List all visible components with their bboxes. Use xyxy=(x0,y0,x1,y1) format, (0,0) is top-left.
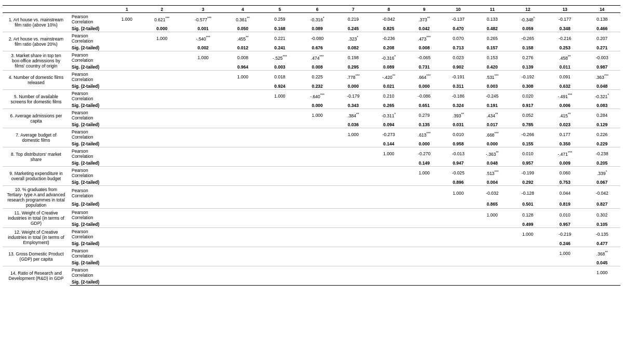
sig-3-col-11: 0.420 xyxy=(475,63,509,71)
row-label-10: 10. % graduates fromTertiary- type A and… xyxy=(3,186,70,209)
sig-11-col-10 xyxy=(441,221,475,228)
pearson-12-col-14: -0.135 xyxy=(584,228,620,240)
sig-1-col-9: 0.042 xyxy=(407,25,441,32)
pearson-6-col-5 xyxy=(261,109,299,122)
row-label-8: 8. Top distributors' marketshare xyxy=(3,147,70,167)
pearson-14-col-12 xyxy=(509,266,546,279)
col-header-8: 8 xyxy=(370,6,407,13)
pearson-3-col-9: -0.065 xyxy=(407,51,441,64)
sig-8-col-6 xyxy=(299,159,336,167)
sig-7-col-10: 0.958 xyxy=(441,140,475,147)
row-5-sig: Sig. (2-tailed)0.0000.3430.2650.6510.324… xyxy=(3,102,620,109)
pearson-14-col-4 xyxy=(224,266,261,279)
sig-3-col-12: 0.139 xyxy=(509,63,546,71)
sig-13-col-1 xyxy=(112,259,142,266)
sig-6-col-2 xyxy=(142,121,182,128)
sig-5-col-1 xyxy=(112,102,142,109)
pearson-3-col-10: 0.023 xyxy=(441,51,475,64)
pearson-12-col-12: 1.000 xyxy=(509,228,546,240)
row-label-11: 11. Weight of Creativeindustries in tota… xyxy=(3,209,70,228)
row-11-pearson: 11. Weight of Creativeindustries in tota… xyxy=(3,209,620,221)
pearson-8-col-11: -.363** xyxy=(475,147,509,160)
sig-6-col-9: 0.135 xyxy=(407,121,441,128)
sig-5-col-8: 0.265 xyxy=(370,102,407,109)
pearson-1-col-7: 0.219 xyxy=(336,13,370,25)
sig-6-col-11: 0.017 xyxy=(475,121,509,128)
pearson-12-col-3 xyxy=(182,228,224,240)
row-label-2: 2. Art house vs. mainstreamfilm ratio (a… xyxy=(3,32,70,51)
col-header-4: 4 xyxy=(224,6,261,13)
sig-14-col-3 xyxy=(182,278,224,286)
pearson-10-col-7 xyxy=(336,186,370,200)
sig-2-col-5: 0.241 xyxy=(261,44,299,51)
pearson-13-col-2 xyxy=(142,247,182,260)
pearson-14-col-13 xyxy=(546,266,584,279)
pearson-7-col-2 xyxy=(142,128,182,141)
pearson-2-col-4: .455** xyxy=(224,32,261,45)
sig-11-col-6 xyxy=(299,221,336,228)
pearson-4-col-3 xyxy=(182,71,224,83)
pearson-9-col-2 xyxy=(142,167,182,179)
pearson-1-col-11: 0.133 xyxy=(475,13,509,25)
row-label-9: 9. Marketing expenditure inoverall produ… xyxy=(3,167,70,186)
sig-13-col-4 xyxy=(224,259,261,266)
sig-12-col-2 xyxy=(142,240,182,247)
sig-2-col-4: 0.012 xyxy=(224,44,261,51)
sig-14-col-11 xyxy=(475,278,509,286)
sig-1-col-2: 0.000 xyxy=(142,25,182,32)
pearson-4-col-9: .664*** xyxy=(407,71,441,83)
stat-label-sig-8: Sig. (2-tailed) xyxy=(70,159,112,167)
sig-1-col-8: 0.825 xyxy=(370,25,407,32)
pearson-11-col-9 xyxy=(407,209,441,221)
sig-3-col-5: 0.003 xyxy=(261,63,299,71)
sig-7-col-2 xyxy=(142,140,182,147)
pearson-1-col-13: -0.177 xyxy=(546,13,584,25)
pearson-9-col-1 xyxy=(112,167,142,179)
pearson-11-col-11: 1.000 xyxy=(475,209,509,221)
pearson-9-col-10: -0.025 xyxy=(441,167,475,179)
sig-4-col-8: 0.021 xyxy=(370,83,407,90)
pearson-8-col-7 xyxy=(336,147,370,160)
pearson-6-col-8: -0.311* xyxy=(370,109,407,122)
pearson-11-col-4 xyxy=(224,209,261,221)
pearson-3-col-7: 0.198 xyxy=(336,51,370,64)
sig-4-col-1 xyxy=(112,83,142,90)
sig-1-col-14: 0.466 xyxy=(584,25,620,32)
pearson-10-col-14: -0.042 xyxy=(584,186,620,200)
row-14-sig: Sig. (2-tailed) xyxy=(3,278,620,286)
pearson-7-col-3 xyxy=(182,128,224,141)
sig-7-col-7 xyxy=(336,140,370,147)
sig-4-col-6: 0.232 xyxy=(299,83,336,90)
row-label-3: 3. Market share in top tenbox-office adm… xyxy=(3,51,70,71)
pearson-6-col-9: 0.279 xyxy=(407,109,441,122)
sig-11-col-9 xyxy=(407,221,441,228)
pearson-2-col-7: .323* xyxy=(336,32,370,45)
pearson-11-col-10 xyxy=(441,209,475,221)
pearson-3-col-4: 0.008 xyxy=(224,51,261,64)
sig-11-col-3 xyxy=(182,221,224,228)
pearson-12-col-13: -0.219 xyxy=(546,228,584,240)
pearson-7-col-5 xyxy=(261,128,299,141)
sig-12-col-12 xyxy=(509,240,546,247)
pearson-4-col-7: .778*** xyxy=(336,71,370,83)
pearson-1-col-12: -0.348* xyxy=(509,13,546,25)
sig-3-col-6: 0.008 xyxy=(299,63,336,71)
pearson-13-col-13: 1.000 xyxy=(546,247,584,260)
pearson-1-col-14: 0.138 xyxy=(584,13,620,25)
sig-3-col-1 xyxy=(112,63,142,71)
row-10-pearson: 10. % graduates fromTertiary- type A and… xyxy=(3,186,620,200)
sig-9-col-9 xyxy=(407,179,441,186)
stat-label-sig-4: Sig. (2-tailed) xyxy=(70,83,112,90)
sig-8-col-10: 0.947 xyxy=(441,159,475,167)
sig-12-col-5 xyxy=(261,240,299,247)
pearson-14-col-2 xyxy=(142,266,182,279)
sig-13-col-8 xyxy=(370,259,407,266)
sig-9-col-3 xyxy=(182,179,224,186)
pearson-7-col-13: 0.177 xyxy=(546,128,584,141)
row-7-sig: Sig. (2-tailed)0.1440.0000.9580.0000.155… xyxy=(3,140,620,147)
sig-2-col-12: 0.158 xyxy=(509,44,546,51)
pearson-13-col-11 xyxy=(475,247,509,260)
sig-5-col-13: 0.006 xyxy=(546,102,584,109)
pearson-6-col-12: 0.052 xyxy=(509,109,546,122)
pearson-13-col-6 xyxy=(299,247,336,260)
